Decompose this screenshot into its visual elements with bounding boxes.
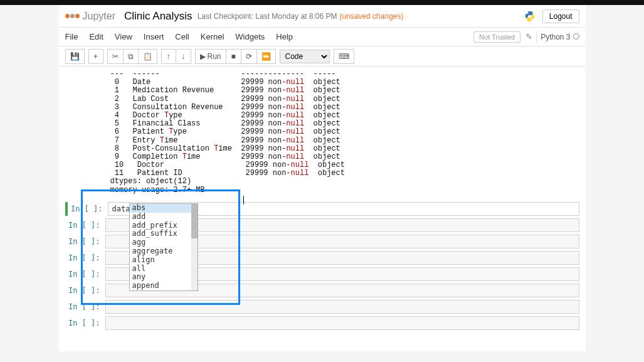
- header: Jupyter Clinic Analysis Last Checkpoint:…: [59, 5, 586, 28]
- fastforward-button[interactable]: ⏩: [257, 49, 276, 64]
- celltype-select[interactable]: Code: [280, 50, 330, 63]
- autocomplete-item[interactable]: aggregate: [130, 247, 191, 256]
- python-icon: [524, 10, 536, 23]
- move-up-button[interactable]: ↑: [161, 49, 176, 64]
- app-container: Jupyter Clinic Analysis Last Checkpoint:…: [59, 5, 586, 351]
- notebook-area: --- ------ -------------- ----- 0 Date 2…: [59, 67, 586, 351]
- run-button[interactable]: ▶Run: [195, 49, 226, 64]
- unsaved-changes: (unsaved changes): [339, 12, 403, 21]
- pencil-icon[interactable]: ✎: [525, 32, 532, 41]
- toolbar: 💾 + ✂ ⧉ 📋 ↑ ↓ ▶Run ■ ⟳ ⏩ Code ⌨: [59, 46, 586, 67]
- code-cell[interactable]: In [ ]:: [65, 300, 579, 314]
- kernel-name[interactable]: Python 3: [541, 33, 579, 41]
- menu-kernel[interactable]: Kernel: [201, 32, 224, 41]
- kernel-status-icon: [573, 33, 579, 40]
- jupyter-logo[interactable]: Jupyter: [65, 11, 115, 22]
- autocomplete-item[interactable]: all: [130, 265, 191, 274]
- menu-view[interactable]: View: [115, 32, 132, 41]
- logo-text: Jupyter: [83, 11, 115, 22]
- cut-button[interactable]: ✂: [107, 49, 124, 64]
- autocomplete-item[interactable]: abs: [130, 204, 191, 213]
- add-cell-button[interactable]: +: [88, 49, 103, 64]
- autocomplete-popup[interactable]: absaddadd_prefixadd_suffixaggaggregateal…: [129, 203, 198, 291]
- autocomplete-item[interactable]: append: [130, 282, 191, 290]
- copy-button[interactable]: ⧉: [124, 49, 139, 64]
- stop-button[interactable]: ■: [226, 49, 241, 64]
- top-dark-bar: [0, 0, 644, 5]
- logout-button[interactable]: Logout: [542, 9, 579, 23]
- menu-help[interactable]: Help: [276, 32, 293, 41]
- restart-button[interactable]: ⟳: [241, 49, 257, 64]
- menu-cell[interactable]: Cell: [175, 32, 189, 41]
- code-input[interactable]: [105, 316, 579, 330]
- autocomplete-item[interactable]: agg: [130, 238, 191, 247]
- checkpoint-text: Last Checkpoint: Last Monday at 8:06 PM: [198, 12, 337, 21]
- move-down-button[interactable]: ↓: [176, 49, 191, 64]
- paste-button[interactable]: 📋: [139, 49, 157, 64]
- autocomplete-item[interactable]: align: [130, 256, 191, 265]
- menu-edit[interactable]: Edit: [89, 32, 103, 41]
- notebook-title[interactable]: Clinic Analysis: [124, 10, 193, 23]
- code-cell[interactable]: In [ ]:: [65, 316, 579, 330]
- autocomplete-item[interactable]: add_suffix: [130, 230, 191, 238]
- not-trusted-badge[interactable]: Not Trusted: [473, 31, 520, 43]
- info-output: --- ------ -------------- ----- 0 Date 2…: [110, 70, 586, 194]
- logo-circles-icon: [65, 14, 80, 18]
- prompt: In [ ]:: [68, 202, 108, 216]
- play-icon: ▶: [200, 52, 206, 61]
- scrollbar-thumb[interactable]: [191, 204, 198, 238]
- autocomplete-item[interactable]: any: [130, 273, 191, 282]
- menu-file[interactable]: File: [65, 32, 78, 41]
- autocomplete-item[interactable]: add: [130, 213, 191, 221]
- scrollbar[interactable]: [191, 204, 198, 290]
- external-cursor-icon: [243, 196, 244, 205]
- autocomplete-item[interactable]: add_prefix: [130, 221, 191, 230]
- menubar: File Edit View Insert Cell Kernel Widget…: [59, 28, 586, 46]
- menu-widgets[interactable]: Widgets: [235, 32, 265, 41]
- command-palette-button[interactable]: ⌨: [334, 49, 354, 64]
- menu-insert[interactable]: Insert: [144, 32, 164, 41]
- save-button[interactable]: 💾: [65, 49, 85, 64]
- divider: [536, 31, 537, 43]
- code-input[interactable]: [105, 300, 579, 314]
